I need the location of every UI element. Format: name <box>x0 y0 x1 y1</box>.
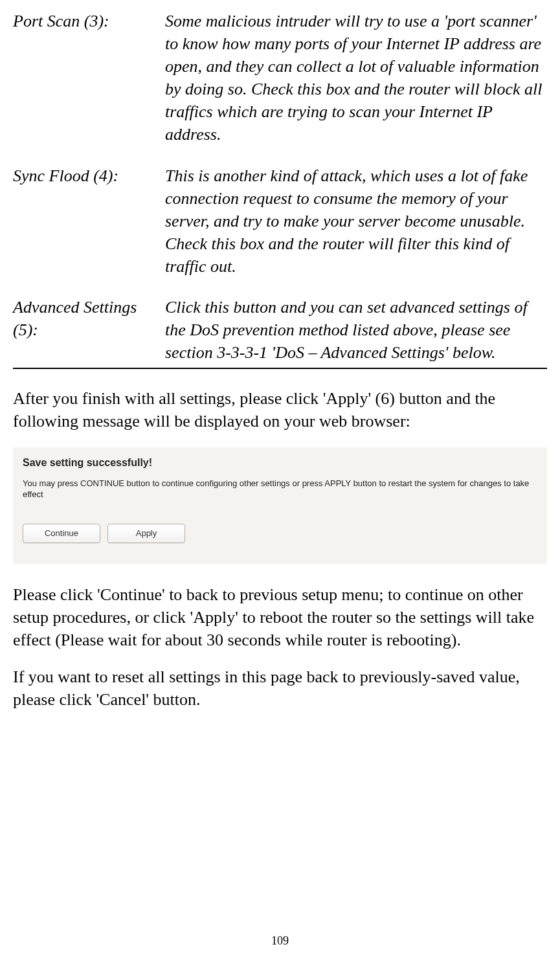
definition-row: Sync Flood (4): This is another kind of … <box>13 164 547 278</box>
definition-list: Port Scan (3): Some malicious intruder w… <box>13 10 547 369</box>
definition-label: Port Scan (3): <box>13 10 165 146</box>
definition-row: Port Scan (3): Some malicious intruder w… <box>13 10 547 146</box>
definition-description: Click this button and you can set advanc… <box>165 296 547 364</box>
page-number: 109 <box>0 934 560 948</box>
definition-label: Sync Flood (4): <box>13 164 165 278</box>
body-paragraph: If you want to reset all settings in thi… <box>13 666 547 711</box>
definition-label: Advanced Settings (5): <box>13 296 165 364</box>
save-heading: Save setting successfully! <box>23 457 537 469</box>
save-settings-panel: Save setting successfully! You may press… <box>13 447 547 564</box>
save-subtext: You may press CONTINUE button to continu… <box>23 478 537 500</box>
apply-button[interactable]: Apply <box>107 524 185 543</box>
save-buttons-row: Continue Apply <box>23 524 537 543</box>
continue-button[interactable]: Continue <box>23 524 100 543</box>
body-paragraph: After you finish with all settings, plea… <box>13 387 547 432</box>
body-paragraph: Please click 'Continue' to back to previ… <box>13 583 547 651</box>
definition-row: Advanced Settings (5): Click this button… <box>13 296 547 364</box>
definition-description: This is another kind of attack, which us… <box>165 164 547 278</box>
definition-description: Some malicious intruder will try to use … <box>165 10 547 146</box>
